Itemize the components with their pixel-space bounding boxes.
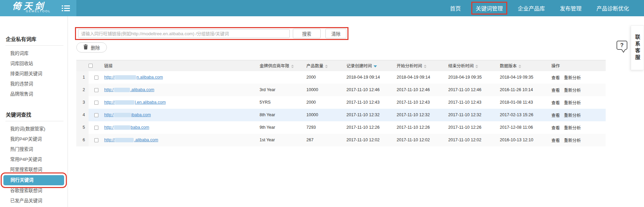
sort-down-arrow-icon [424, 67, 427, 68]
sort-icon [424, 65, 427, 68]
column-header-created[interactable]: 记录创建时间 [344, 60, 394, 71]
row-checkbox[interactable] [94, 138, 98, 142]
link-suffix: .alibaba.com [134, 138, 158, 142]
reanalyze-action-link[interactable]: 重新分析 [564, 113, 581, 118]
sort-up-arrow-icon [475, 65, 478, 66]
sidebar-item[interactable]: 品牌限售词 [0, 89, 68, 99]
column-header-label: 链接 [104, 64, 113, 68]
start-time-cell: 2017-11-10 12:26 [394, 121, 446, 134]
top-bar: 倚天剑 GEMELTOOL 首页关键词管理企业产品库发布管理产品诊断优化 [0, 0, 644, 16]
link-cell: http:/baba.com [101, 121, 257, 134]
data-version-cell: 2017-12-08 11:06 [497, 121, 549, 134]
select-all-header [89, 60, 101, 71]
created-time-cell: 2017-11-10 12:02 [344, 134, 394, 146]
column-header-label: 操作 [551, 64, 560, 68]
supplier-year-cell: 8th Year [257, 109, 304, 121]
view-action-link[interactable]: 查看 [551, 76, 560, 80]
row-checkbox[interactable] [94, 76, 98, 80]
sidebar-item[interactable]: 词库回收站 [0, 59, 68, 69]
help-bubble-text: ? [620, 42, 624, 48]
link-cell: http:/.alibaba.com [101, 84, 257, 96]
end-time-cell: 2017-11-10 12:26 [446, 121, 497, 134]
menu-list-icon[interactable] [62, 5, 70, 13]
sort-up-arrow-icon [291, 65, 294, 66]
column-header-products[interactable]: 产品数量 [304, 60, 344, 71]
clear-button[interactable]: 清除 [325, 29, 346, 38]
store-link[interactable]: http://n.alibaba.com [104, 75, 163, 80]
view-action-link[interactable]: 查看 [551, 138, 560, 143]
redacted-block [115, 138, 134, 142]
reanalyze-action-link[interactable]: 重新分析 [564, 126, 581, 130]
select-all-checkbox[interactable] [89, 64, 93, 68]
nav-item[interactable]: 发布管理 [560, 2, 582, 14]
reanalyze-action-link[interactable]: 重新分析 [564, 88, 581, 93]
row-checkbox[interactable] [94, 126, 98, 130]
sort-down-arrow-icon [374, 65, 377, 67]
link-prefix: http:/ [104, 87, 114, 92]
product-count-cell: 10000 [304, 84, 344, 96]
sidebar-item[interactable]: 热门搜索词 [0, 144, 68, 154]
view-action-link[interactable]: 查看 [551, 101, 560, 105]
sidebar-item[interactable]: 谷歌搜索联想词 [0, 186, 68, 196]
delete-button-label: 删除 [91, 44, 100, 51]
sidebar-item[interactable]: 我的P4P关键词 [0, 134, 68, 144]
nav-item[interactable]: 首页 [450, 2, 461, 14]
store-link[interactable]: http:/ibaba.com [104, 112, 151, 117]
store-link[interactable]: http:/baba.com [104, 125, 149, 130]
sort-up-arrow-icon [424, 65, 427, 66]
reanalyze-action-link[interactable]: 重新分析 [564, 138, 581, 143]
reanalyze-action-link[interactable]: 重新分析 [564, 101, 581, 105]
help-bubble-icon[interactable]: ? [617, 41, 627, 50]
table-row: 5http:/baba.com9th Year72932017-11-10 12… [76, 121, 606, 134]
link-cell: http:/ibaba.com [101, 109, 257, 121]
column-header-start[interactable]: 开始分析时间 [394, 60, 446, 71]
sidebar-item[interactable]: 常用P4P关键词 [0, 154, 68, 165]
end-time-cell: 2018-04-19 09:35 [446, 71, 497, 84]
link-cell: http://l.en.alibaba.com [101, 96, 257, 109]
sidebar-item[interactable]: 我的违禁词 [0, 79, 68, 89]
link-cell: http://.alibaba.com [101, 134, 257, 146]
row-checkbox[interactable] [94, 113, 98, 117]
sidebar-item[interactable]: 我的词库 [0, 48, 68, 59]
nav-item[interactable]: 企业产品库 [518, 2, 545, 14]
sort-down-arrow-icon [475, 67, 478, 68]
link-suffix: ibaba.com [131, 112, 151, 117]
column-header-year[interactable]: 金牌供应商年限 [257, 60, 304, 71]
sidebar-item[interactable]: 同行关键词 [3, 175, 64, 185]
store-link[interactable]: http:/.alibaba.com [104, 87, 154, 92]
search-input[interactable] [78, 29, 290, 38]
link-suffix: n.alibaba.com [136, 75, 163, 80]
nav-item[interactable]: 产品诊断优化 [596, 2, 629, 14]
view-action-link[interactable]: 查看 [551, 88, 560, 93]
store-link[interactable]: http://l.en.alibaba.com [104, 100, 166, 105]
row-checkbox[interactable] [94, 88, 98, 92]
column-header-end[interactable]: 结束分析时间 [446, 60, 497, 71]
sidebar-item[interactable]: 排查问题关键词 [0, 69, 68, 79]
view-action-link[interactable]: 查看 [551, 126, 560, 130]
data-version-cell: 2018-04-19 09:35 [497, 71, 549, 84]
column-header-ops: 操作 [549, 60, 606, 71]
view-action-link[interactable]: 查看 [551, 113, 560, 118]
supplier-year-cell: 9th Year [257, 121, 304, 134]
sidebar-section-title: 关键词查找 [6, 111, 68, 118]
reanalyze-action-link[interactable]: 重新分析 [564, 76, 581, 80]
sort-up-arrow-icon [518, 65, 521, 66]
column-header-label: 记录创建时间 [346, 64, 372, 68]
sidebar-item[interactable]: 阿里搜索联想词 [0, 165, 68, 175]
sidebar-item[interactable]: 已发产品关键词 [0, 196, 68, 206]
store-link[interactable]: http://.alibaba.com [104, 138, 158, 142]
redacted-block [115, 75, 136, 80]
search-button[interactable]: 搜索 [293, 29, 321, 38]
contact-service-tab[interactable]: 联系客服 [631, 25, 644, 70]
row-checkbox-cell [89, 84, 101, 96]
sort-icon [325, 65, 328, 68]
column-header-version[interactable]: 数据版本 [497, 60, 549, 71]
row-checkbox-cell [89, 134, 101, 146]
link-suffix: l.en.alibaba.com [135, 100, 166, 105]
row-checkbox[interactable] [94, 101, 98, 105]
delete-button[interactable]: 删除 [76, 42, 107, 53]
sort-down-arrow-icon [518, 67, 521, 68]
sidebar-item[interactable]: 我的词(数据管家) [0, 124, 68, 134]
nav-item[interactable]: 关键词管理 [471, 2, 507, 15]
column-header-link: 链接 [101, 60, 257, 71]
